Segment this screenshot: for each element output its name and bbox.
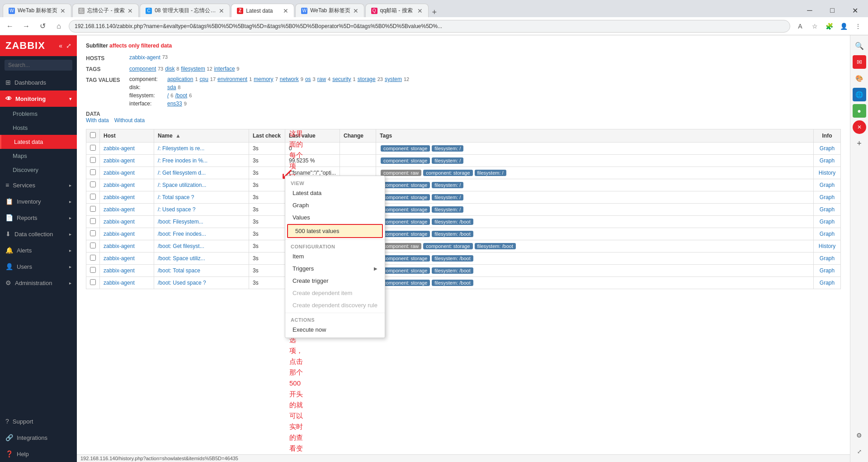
row-checkbox[interactable]	[90, 230, 96, 236]
home-button[interactable]: ⌂	[52, 20, 65, 33]
host-link[interactable]: zabbix-agent	[104, 170, 135, 176]
ctx-triggers[interactable]: Triggers ▶	[285, 262, 385, 275]
tab-6[interactable]: Q qq邮箱 - 搜索 ✕	[365, 4, 429, 17]
sidebar-item-reports[interactable]: 📄 Reports ▸	[0, 210, 77, 226]
sidebar-item-inventory[interactable]: 📋 Inventory ▸	[0, 193, 77, 210]
ctx-values[interactable]: Values	[285, 211, 385, 224]
tag-disk[interactable]: disk	[165, 66, 175, 72]
col-lastvalue-header[interactable]: Last value	[285, 129, 340, 143]
tag-interface[interactable]: interface	[214, 66, 235, 72]
tag-filesystem[interactable]: filesystem	[181, 66, 205, 72]
row-name-cell[interactable]: /boot: Free inodes...	[154, 228, 249, 240]
right-plus-icon[interactable]: +	[853, 137, 866, 150]
row-checkbox[interactable]	[90, 145, 96, 151]
col-info-header[interactable]: Info	[814, 129, 841, 143]
item-name-link[interactable]: /boot: Space utiliz...	[158, 255, 205, 262]
info-link[interactable]: History	[819, 170, 835, 176]
col-tags-header[interactable]: Tags	[376, 129, 814, 143]
new-tab-button[interactable]: +	[429, 8, 440, 17]
tab-1-close[interactable]: ✕	[60, 7, 66, 14]
row-name-cell[interactable]: /: Used space ?	[154, 204, 249, 216]
info-link[interactable]: Graph	[820, 267, 835, 274]
tab-1[interactable]: W WeTab 新标签页 ✕	[3, 4, 71, 17]
collapse-icon[interactable]: «	[59, 42, 62, 49]
maximize-button[interactable]: □	[822, 4, 843, 17]
sidebar-item-support[interactable]: ? Support	[0, 413, 77, 429]
sidebar-item-latest-data[interactable]: Latest data	[0, 135, 77, 149]
info-link[interactable]: History	[819, 243, 835, 249]
tv-item[interactable]: ens33	[167, 100, 182, 107]
right-resize-icon[interactable]: ⤢	[853, 445, 866, 458]
tab-2[interactable]: 忘 忘情公子 - 搜索 ✕	[72, 4, 139, 17]
sidebar-item-alerts[interactable]: 🔔 Alerts ▸	[0, 242, 77, 258]
tab-6-close[interactable]: ✕	[417, 7, 423, 14]
item-name-link[interactable]: /boot: Total space	[158, 267, 200, 274]
tag-component[interactable]: component	[129, 66, 156, 72]
host-link[interactable]: zabbix-agent	[104, 255, 135, 262]
col-name-header[interactable]: Name ▲	[154, 129, 249, 143]
tv-item[interactable]: /boot	[175, 92, 187, 99]
row-name-cell[interactable]: /boot: Get filesyst...	[154, 240, 249, 252]
host-link[interactable]: zabbix-agent	[104, 267, 135, 274]
info-link[interactable]: Graph	[820, 255, 835, 262]
info-link[interactable]: Graph	[820, 231, 835, 237]
row-checkbox[interactable]	[90, 181, 96, 187]
translate-icon[interactable]: A	[794, 20, 807, 33]
ctx-latest-data[interactable]: Latest data	[285, 187, 385, 199]
expand-icon[interactable]: ⤢	[66, 42, 71, 49]
address-input[interactable]	[69, 20, 790, 33]
sidebar-item-data-collection[interactable]: ⬇ Data collection ▸	[0, 226, 77, 242]
item-name-link[interactable]: /boot: Get filesyst...	[158, 243, 204, 249]
sidebar-item-help[interactable]: ❓ Help	[0, 446, 77, 462]
host-link[interactable]: zabbix-agent	[104, 182, 135, 188]
tv-item[interactable]: storage	[358, 76, 376, 82]
tv-item[interactable]: sda	[167, 84, 176, 90]
item-name-link[interactable]: /boot: Used space ?	[158, 280, 206, 286]
with-data-link[interactable]: With data	[86, 117, 109, 124]
tab-3[interactable]: C 08 管理大项目 - 忘情公子 - ✕	[140, 4, 230, 17]
profile-icon[interactable]: 👤	[837, 20, 850, 33]
back-button[interactable]: ←	[4, 20, 16, 33]
right-mail-icon[interactable]: ✉	[853, 55, 866, 69]
item-name-link[interactable]: /boot: Filesystem...	[158, 219, 203, 225]
settings-icon[interactable]: ⋮	[852, 20, 864, 33]
host-link[interactable]: zabbix-agent	[104, 157, 135, 164]
row-name-cell[interactable]: /: Space utilization...	[154, 179, 249, 191]
sidebar-item-problems[interactable]: Problems	[0, 107, 77, 121]
col-lastcheck-header[interactable]: Last check	[249, 129, 285, 143]
row-name-cell[interactable]: /: Free inodes in %...	[154, 155, 249, 167]
row-checkbox[interactable]	[90, 157, 96, 163]
minimize-button[interactable]: ─	[799, 4, 820, 17]
host-link[interactable]: zabbix-agent	[104, 219, 135, 225]
tv-item[interactable]: network	[280, 76, 299, 82]
right-globe-icon[interactable]: 🌐	[853, 88, 866, 101]
item-name-link[interactable]: /: Filesystem is re...	[158, 145, 204, 152]
ctx-graph[interactable]: Graph	[285, 199, 385, 211]
sidebar-item-maps[interactable]: Maps	[0, 149, 77, 163]
right-palette-icon[interactable]: 🎨	[853, 71, 866, 85]
info-link[interactable]: Graph	[820, 280, 835, 286]
row-name-cell[interactable]: /boot: Space utiliz...	[154, 252, 249, 265]
row-checkbox[interactable]	[90, 243, 96, 248]
ctx-execute-now[interactable]: Execute now	[285, 324, 385, 336]
row-checkbox[interactable]	[90, 169, 96, 175]
info-link[interactable]: Graph	[820, 194, 835, 200]
row-checkbox[interactable]	[90, 279, 96, 285]
tv-item[interactable]: environment	[217, 76, 247, 82]
item-name-link[interactable]: /: Get filesystem d...	[158, 170, 206, 176]
sidebar-item-discovery[interactable]: Discovery	[0, 163, 77, 177]
item-name-link[interactable]: /: Space utilization...	[158, 182, 206, 188]
item-name-link[interactable]: /boot: Free inodes...	[158, 231, 206, 237]
ctx-create-trigger[interactable]: Create trigger	[285, 275, 385, 287]
row-checkbox[interactable]	[90, 194, 96, 200]
tv-item[interactable]: memory	[254, 76, 273, 82]
tab-3-close[interactable]: ✕	[219, 7, 224, 14]
ctx-500-latest[interactable]: 500 latest values	[287, 224, 383, 238]
extension-icon[interactable]: 🧩	[823, 20, 835, 33]
item-name-link[interactable]: /: Used space ?	[158, 206, 195, 213]
tab-5[interactable]: W WeTab 新标签页 ✕	[295, 4, 364, 17]
info-link[interactable]: Graph	[820, 182, 835, 188]
tab-4[interactable]: Z Latest data ✕	[231, 4, 294, 17]
tv-item[interactable]: os	[305, 76, 311, 82]
row-name-cell[interactable]: /: Filesystem is re...	[154, 143, 249, 155]
